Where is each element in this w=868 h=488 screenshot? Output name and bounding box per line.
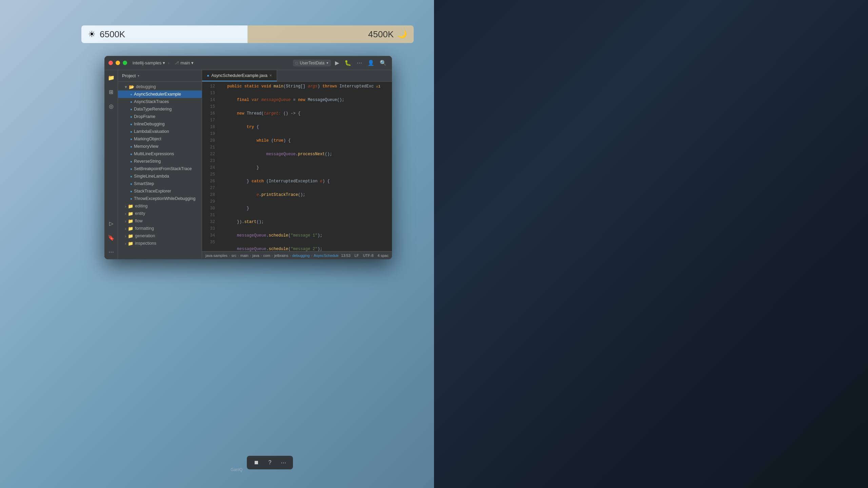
breadcrumb: java-samples › src › main › java › com ›… — [205, 253, 338, 258]
editor-container: ● AsyncSchedulerExample.java × 121314151… — [202, 70, 392, 259]
gutter — [218, 82, 224, 251]
project-panel: Project ▾ ▾ 📂 debugging ● AsyncScheduler… — [118, 70, 202, 259]
tree-file-throw-exception[interactable]: ● ThrowExceptionWhileDebugging — [118, 195, 202, 202]
sun-icon: ☀ — [88, 29, 96, 39]
tree-folder-formatting[interactable]: › 📁 formatting — [118, 225, 202, 232]
project-panel-header: Project ▾ — [118, 70, 202, 82]
temp-left-value: 6500K — [100, 29, 125, 40]
status-position: 13:53 — [341, 253, 351, 258]
user-icon[interactable]: 👤 — [366, 59, 376, 67]
tree-file-set-breakpoint[interactable]: ● SetBreakpointFromStackTrace — [118, 165, 202, 172]
tree-file-dropframe[interactable]: ● DropFrame — [118, 113, 202, 120]
breadcrumb-main: main — [240, 253, 249, 258]
editor-area: 1213141516171819202122232425262728293031… — [202, 82, 392, 251]
more-button[interactable]: ⋯ — [355, 59, 363, 67]
tree-folder-entity[interactable]: › 📁 entity — [118, 210, 202, 217]
tree-file-stack-trace-explorer[interactable]: ● StackTraceExplorer — [118, 187, 202, 195]
bottom-toolbar: ⏹ ? ⋯ — [247, 456, 293, 469]
main-content: 📁 ⊞ ◎ ▷ 🔖 ⋯ Project ▾ ▾ 📂 debugging — [104, 70, 392, 259]
temp-right-panel: 4500K 🌙 — [248, 25, 414, 43]
tree-folder-flow[interactable]: › 📁 flow — [118, 217, 202, 225]
debug-button[interactable]: 🐛 — [343, 59, 353, 67]
minimize-button[interactable] — [116, 61, 120, 65]
breadcrumb-java: java — [252, 253, 259, 258]
maximize-button[interactable] — [123, 61, 127, 65]
project-panel-title: Project — [122, 73, 136, 78]
more-tools-icon-btn[interactable]: ⋯ — [106, 247, 116, 257]
folder-icon-btn[interactable]: 📁 — [106, 73, 116, 82]
breadcrumb-debugging: debugging — [292, 253, 310, 258]
bottom-btn-2[interactable]: ? — [265, 458, 275, 467]
status-bar: java-samples › src › main › java › com ›… — [202, 251, 392, 259]
status-line-ending: LF — [355, 253, 359, 258]
tab-label: AsyncSchedulerExample.java — [211, 73, 267, 78]
breadcrumb-jetbrains: jetbrains — [274, 253, 289, 258]
line-numbers: 1213141516171819202122232425262728293031… — [202, 82, 218, 251]
temperature-bar: ☀ 6500K 4500K 🌙 — [81, 25, 414, 43]
vcs-icon-btn[interactable]: ◎ — [106, 101, 116, 111]
temp-left-panel: ☀ 6500K — [81, 25, 248, 43]
breadcrumb-class: AsyncSchedulerExample — [314, 253, 338, 258]
tree-file-memory-view[interactable]: ● MemoryView — [118, 143, 202, 150]
close-button[interactable] — [108, 61, 113, 65]
tree-file-reverse-string[interactable]: ● ReverseString — [118, 158, 202, 165]
code-editor[interactable]: public static void main(String[] args) t… — [224, 82, 392, 251]
title-separator: › — [168, 61, 169, 65]
structure-icon-btn[interactable]: ⊞ — [106, 87, 116, 97]
file-tree[interactable]: ▾ 📂 debugging ● AsyncSchedulerExample ● … — [118, 82, 202, 259]
status-indent: 4 spac — [378, 253, 389, 258]
project-name[interactable]: intellij-samples ▾ — [133, 60, 165, 65]
sidebar-icons: 📁 ⊞ ◎ ▷ 🔖 ⋯ — [104, 70, 118, 259]
tab-async-scheduler[interactable]: ● AsyncSchedulerExample.java × — [202, 70, 277, 81]
breadcrumb-project: java-samples — [205, 253, 228, 258]
tab-file-icon: ● — [207, 73, 209, 78]
run-button[interactable]: ▶ — [334, 59, 340, 67]
tree-file-async-scheduler[interactable]: ● AsyncSchedulerExample — [118, 90, 202, 98]
ide-window: intellij-samples ▾ › ⎇ main ▾ □ UserTest… — [104, 56, 392, 259]
tree-file-datatype-rendering[interactable]: ● DataTypeRendering — [118, 105, 202, 113]
title-bar-center: intellij-samples ▾ › ⎇ main ▾ — [133, 60, 290, 65]
run-config[interactable]: □ UserTestData ▾ — [293, 60, 331, 66]
title-bar-right: □ UserTestData ▾ ▶ 🐛 ⋯ 👤 🔍 — [293, 59, 388, 67]
tab-bar: ● AsyncSchedulerExample.java × — [202, 70, 392, 82]
search-icon[interactable]: 🔍 — [378, 59, 388, 67]
tree-file-marking-object[interactable]: ● MarkingObject — [118, 135, 202, 143]
moon-icon: 🌙 — [398, 30, 407, 39]
tree-file-lambda-evaluation[interactable]: ● LambdaEvaluation — [118, 128, 202, 135]
breadcrumb-src: src — [231, 253, 236, 258]
status-right: 13:53 LF UTF-8 4 spac — [341, 253, 389, 258]
background-right — [434, 0, 868, 488]
panel-chevron-icon: ▾ — [138, 74, 139, 78]
breadcrumb-com: com — [263, 253, 270, 258]
bookmark-icon-btn[interactable]: 🔖 — [106, 233, 116, 242]
branch-selector[interactable]: ⎇ main ▾ — [175, 60, 194, 65]
title-bar: intellij-samples ▾ › ⎇ main ▾ □ UserTest… — [104, 56, 392, 70]
tree-file-async-stack-traces[interactable]: ● AsyncStackTraces — [118, 98, 202, 105]
status-encoding: UTF-8 — [363, 253, 373, 258]
tree-file-smart-step[interactable]: ● SmartStep — [118, 180, 202, 187]
tree-folder-debugging[interactable]: ▾ 📂 debugging — [118, 83, 202, 90]
tree-file-single-line-lambda[interactable]: ● SingleLineLambda — [118, 172, 202, 180]
tree-file-multiline-expressions[interactable]: ● MultiLineExpressions — [118, 150, 202, 158]
bottom-btn-1[interactable]: ⏹ — [252, 458, 261, 467]
temp-right-value: 4500K — [368, 29, 394, 40]
tree-file-inline-debugging[interactable]: ● InlineDebugging — [118, 120, 202, 128]
tab-close-button[interactable]: × — [270, 73, 272, 78]
tree-folder-inspections[interactable]: › 📁 inspections — [118, 240, 202, 247]
brand-label: GanIQ — [231, 467, 242, 472]
bottom-btn-3[interactable]: ⋯ — [279, 458, 288, 467]
tree-folder-generation[interactable]: › 📁 generation — [118, 232, 202, 240]
run-icon-btn[interactable]: ▷ — [106, 219, 116, 228]
tree-folder-editing[interactable]: › 📁 editing — [118, 202, 202, 210]
